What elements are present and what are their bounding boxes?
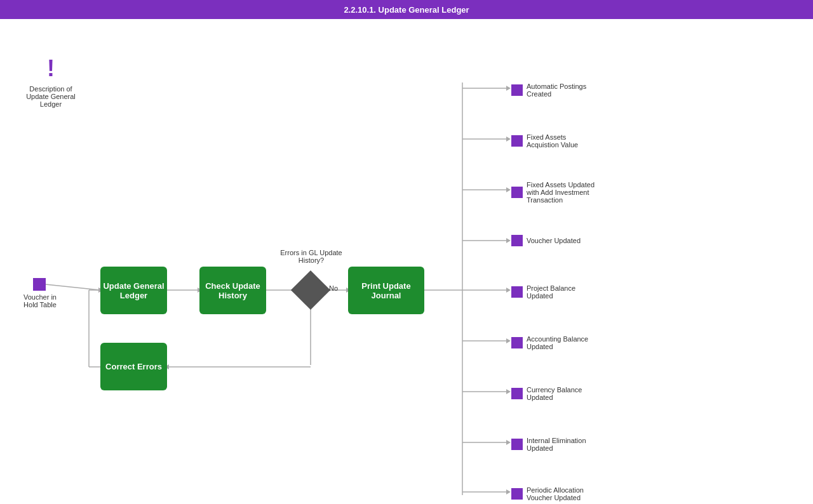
output-label-2: Fixed Assets Acquistion Value [527,133,596,149]
svg-marker-27 [506,489,511,494]
output-square-2 [511,135,523,147]
output-automatic-postings: Automatic Postings Created [511,83,596,98]
output-label-4: Voucher Updated [527,237,596,244]
svg-marker-15 [506,187,511,192]
output-square-7 [511,388,523,399]
start-node [33,278,46,291]
output-currency-balance: Currency Balance Updated [511,386,596,401]
output-square-9 [511,488,523,500]
svg-marker-25 [506,440,511,445]
decision-no-label: No [329,284,338,292]
output-square-3 [511,187,523,198]
output-periodic-allocation: Periodic Allocation Voucher Updated [511,486,596,501]
description-label: Description of Update General Ledger [19,85,83,108]
output-square-1 [511,84,523,96]
output-label-8: Internal Elimination Updated [527,437,596,452]
svg-marker-19 [506,288,511,293]
output-project-balance: Project Balance Updated [511,284,596,300]
output-square-6 [511,337,523,348]
page-header: 2.2.10.1. Update General Ledger [0,0,813,19]
start-label: Voucher in Hold Table [18,293,62,308]
svg-line-0 [46,284,100,290]
description-node: ! Description of Update General Ledger [19,57,83,108]
output-fixed-assets-inv: Fixed Assets Updated with Add Investment… [511,181,596,204]
svg-marker-17 [506,238,511,243]
header-title: 2.2.10.1. Update General Ledger [344,5,469,15]
output-label-7: Currency Balance Updated [527,386,596,401]
diagram-canvas: ! Description of Update General Ledger V… [0,19,813,504]
output-internal-elimination: Internal Elimination Updated [511,437,596,452]
output-label-1: Automatic Postings Created [527,83,596,98]
output-label-3: Fixed Assets Updated with Add Investment… [527,181,596,204]
output-accounting-balance: Accounting Balance Updated [511,335,596,350]
check-history-box[interactable]: Check Update History [199,267,266,314]
svg-marker-23 [506,389,511,394]
print-journal-box[interactable]: Print Update Journal [348,267,424,314]
output-square-4 [511,235,523,246]
svg-marker-21 [506,338,511,343]
decision-diamond [291,270,330,310]
output-label-9: Periodic Allocation Voucher Updated [527,486,596,501]
update-gl-box[interactable]: Update General Ledger [100,267,167,314]
output-fixed-assets-acq: Fixed Assets Acquistion Value [511,133,596,149]
svg-marker-11 [506,86,511,91]
output-label-6: Accounting Balance Updated [527,335,596,350]
correct-errors-box[interactable]: Correct Errors [100,343,167,390]
output-label-5: Project Balance Updated [527,284,596,300]
decision-label: Errors in GL Update History? [279,249,343,264]
output-voucher-updated: Voucher Updated [511,235,596,246]
diagram-lines [0,19,813,504]
svg-marker-13 [506,136,511,142]
output-square-5 [511,286,523,298]
output-square-8 [511,439,523,450]
exclamation-icon: ! [47,57,55,80]
